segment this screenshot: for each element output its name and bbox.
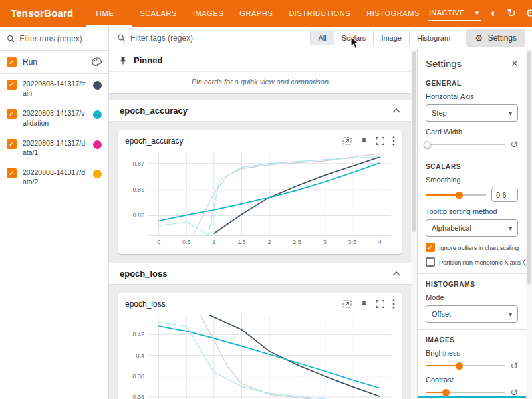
epoch-accuracy-chart[interactable]: 00.511.522.533.540.850.860.87 [125, 148, 396, 247]
section-header-epoch-accuracy[interactable]: epoch_accuracy [109, 100, 411, 122]
more-options-icon[interactable] [392, 299, 395, 309]
settings-panel-title: Settings [426, 58, 462, 69]
main-scrollbar-thumb[interactable] [412, 51, 416, 232]
svg-text:0.36: 0.36 [132, 394, 144, 399]
general-heading: GENERAL [426, 80, 518, 87]
tab-scalars[interactable]: SCALARS [132, 0, 185, 27]
ignore-outliers-row: ✓ Ignore outliers in chart scaling [426, 243, 518, 252]
partition-x-axis-label: Partition non-monotonic X axis i [439, 259, 526, 266]
reset-icon[interactable]: ↺ [510, 140, 518, 149]
section-header-epoch-loss[interactable]: epoch_loss [109, 263, 411, 285]
more-options-icon[interactable] [392, 136, 395, 146]
tab-graphs[interactable]: GRAPHS [231, 0, 281, 27]
card-actions [342, 136, 395, 146]
runs-filter-input[interactable] [19, 34, 102, 43]
chip-histogram[interactable]: Histogram [410, 31, 458, 45]
histogram-mode-select[interactable]: Offset ▾ [426, 305, 518, 323]
run-checkbox[interactable]: ✓ [7, 139, 17, 149]
run-row-validation: ✓ 20220808-141317/validation [0, 103, 108, 132]
run-checkbox[interactable]: ✓ [7, 80, 17, 90]
svg-text:3.5: 3.5 [348, 239, 357, 245]
svg-text:2.5: 2.5 [293, 239, 301, 245]
svg-text:1.5: 1.5 [237, 239, 246, 245]
chip-all[interactable]: All [310, 31, 334, 45]
slider-knob[interactable] [456, 362, 463, 370]
pinned-empty-text: Pin cards for a quick view and compariso… [109, 72, 411, 93]
chip-scalars[interactable]: Scalars [334, 31, 374, 45]
run-checkbox[interactable]: ✓ [7, 168, 17, 178]
runs-header-label: Run [23, 57, 85, 66]
pin-icon[interactable] [360, 137, 368, 146]
brightness-slider[interactable] [426, 361, 505, 370]
fullscreen-icon[interactable] [376, 299, 385, 309]
chevron-down-icon: ▾ [509, 225, 512, 232]
run-checkbox[interactable]: ✓ [7, 109, 17, 119]
histograms-heading: HISTOGRAMS [426, 281, 518, 288]
divider [418, 273, 526, 274]
svg-text:0.85: 0.85 [132, 212, 144, 219]
chevron-up-icon[interactable] [392, 271, 400, 276]
gear-icon: ⚙ [475, 33, 483, 43]
close-icon[interactable]: × [511, 57, 518, 69]
select-all-runs-checkbox[interactable]: ✓ [7, 57, 17, 67]
slider-knob[interactable] [442, 389, 450, 396]
settings-scrollbar-thumb[interactable] [527, 51, 531, 284]
histogram-mode-value: Offset [432, 310, 451, 318]
slider-track [426, 144, 505, 145]
smoothing-slider[interactable] [426, 190, 486, 200]
epoch-accuracy-zone: epoch_accuracy 00.511.522.533.540.850.86… [109, 122, 411, 263]
tag-filter-input[interactable] [130, 33, 302, 43]
ignore-outliers-checkbox[interactable]: ✓ [426, 243, 435, 252]
run-color-dot [93, 110, 102, 119]
reload-status-value: INACTIVE [429, 9, 465, 17]
runs-header-row: ✓ Run [0, 51, 108, 74]
tab-histograms[interactable]: HISTOGRAMS [358, 0, 428, 27]
run-label: 20220808-141317/data/2 [23, 168, 87, 186]
contrast-row: ↺ [426, 388, 518, 397]
horizontal-axis-select[interactable]: Step ▾ [426, 104, 518, 122]
partition-x-axis-checkbox[interactable]: ✓ [426, 257, 435, 267]
card-header: epoch_loss [125, 299, 395, 309]
card-header: epoch_accuracy [125, 136, 395, 146]
contrast-label: Contrast [426, 376, 518, 384]
contrast-slider[interactable] [426, 388, 505, 397]
fullscreen-icon[interactable] [376, 136, 385, 146]
reload-status-select[interactable]: INACTIVE ▾ [428, 7, 481, 21]
theme-toggle-icon[interactable]: ◐ [491, 8, 497, 19]
reset-icon[interactable]: ↺ [510, 388, 518, 397]
fit-to-data-icon[interactable] [342, 136, 352, 146]
refresh-icon[interactable]: ↻ [507, 8, 515, 19]
tooltip-sorting-select[interactable]: Alphabetical ▾ [426, 219, 518, 237]
panel-bottom-accent [418, 396, 526, 398]
svg-text:2: 2 [267, 239, 271, 245]
chevron-up-icon[interactable] [392, 108, 400, 113]
card-width-slider[interactable] [426, 140, 505, 149]
card-actions [342, 299, 395, 309]
svg-text:0: 0 [157, 239, 160, 245]
card-title: epoch_accuracy [125, 136, 183, 146]
svg-text:0.4: 0.4 [136, 352, 144, 359]
tooltip-sorting-label: Tooltip sorting method [426, 207, 518, 215]
slider-fill [426, 365, 459, 366]
tab-images[interactable]: IMAGES [185, 0, 231, 27]
palette-icon[interactable] [91, 57, 102, 67]
svg-text:0.87: 0.87 [132, 160, 144, 167]
tab-distributions[interactable]: DISTRIBUTIONS [281, 0, 358, 27]
pin-icon[interactable] [360, 300, 368, 309]
settings-button[interactable]: ⚙ Settings [466, 29, 525, 47]
slider-knob[interactable] [456, 192, 463, 199]
images-heading: IMAGES [426, 336, 518, 344]
tab-time-series[interactable]: TIME SERIES [86, 0, 132, 27]
gear-icon[interactable]: ⚙ [526, 8, 532, 19]
search-icon [7, 34, 15, 43]
slider-knob[interactable] [424, 141, 431, 148]
chevron-down-icon: ▾ [475, 9, 479, 17]
svg-text:0.5: 0.5 [182, 239, 191, 245]
smoothing-value-input[interactable] [491, 188, 518, 202]
reset-icon[interactable]: ↺ [510, 361, 518, 370]
fit-to-data-icon[interactable] [342, 299, 352, 309]
pin-icon [118, 56, 128, 65]
chip-image[interactable]: Image [374, 31, 410, 45]
epoch-loss-chart[interactable]: 0.360.380.40.42 [125, 311, 396, 399]
horizontal-axis-label: Horizontal Axis [426, 92, 518, 100]
